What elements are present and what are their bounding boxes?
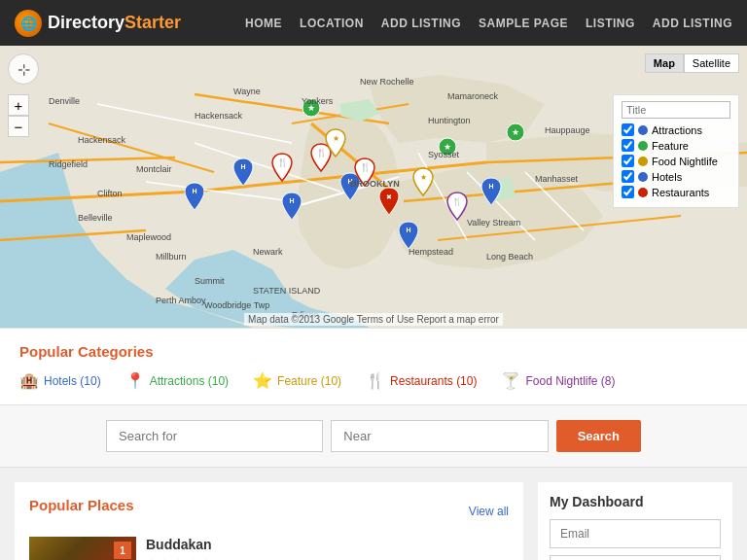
view-all-link[interactable]: View all <box>469 505 509 518</box>
nightlife-icon: 🍸 <box>501 371 520 390</box>
filter-attractions: Attractions <box>622 123 730 136</box>
nav-home[interactable]: HOME <box>245 17 282 30</box>
dashboard-title: My Dashboard <box>550 494 721 509</box>
svg-text:Hempstead: Hempstead <box>409 247 453 257</box>
svg-text:Huntington: Huntington <box>428 116 471 125</box>
filter-feature-checkbox[interactable] <box>622 139 634 152</box>
search-bar: Search <box>106 420 641 452</box>
category-hotels[interactable]: 🏨 Hotels (10) <box>19 371 101 390</box>
main-content: Popular Places View all 1 Buddakan ★ ★ ★… <box>0 468 747 560</box>
near-input[interactable] <box>331 420 548 452</box>
svg-text:Perth Amboy: Perth Amboy <box>156 296 206 305</box>
map-container: H H H H 🍴 🍴 🍴 ✖ <box>0 46 747 328</box>
category-food-nightlife[interactable]: 🍸 Food Nightlife (8) <box>501 371 615 390</box>
svg-text:Yonkers: Yonkers <box>302 96 334 106</box>
filter-hotels: Hotels <box>622 170 730 183</box>
logo[interactable]: 🌐 DirectoryStarter <box>15 10 181 37</box>
svg-text:Long Beach: Long Beach <box>486 252 533 262</box>
email-input[interactable] <box>550 519 721 548</box>
svg-text:Maplewood: Maplewood <box>126 232 171 242</box>
dashboard-section: My Dashboard Sign In New User? Register … <box>538 482 732 560</box>
map-zoom-controls: + − <box>8 94 29 137</box>
popular-places-section: Popular Places View all 1 Buddakan ★ ★ ★… <box>15 482 523 560</box>
categories-list: 🏨 Hotels (10) 📍 Attractions (10) ⭐ Featu… <box>19 371 728 390</box>
svg-text:Clifton: Clifton <box>97 189 123 198</box>
svg-text:Hauppauge: Hauppauge <box>545 125 590 135</box>
place-info: Buddakan ★ ★ ★ ★ ★ The Experience A towe… <box>146 537 509 560</box>
svg-text:H: H <box>406 227 410 233</box>
nightlife-label: Food Nightlife (8) <box>525 374 615 388</box>
map-pan-control[interactable]: ⊹ <box>8 53 39 85</box>
svg-text:Hackensack: Hackensack <box>195 111 243 121</box>
svg-text:Woodbridge Twp: Woodbridge Twp <box>204 300 269 310</box>
svg-text:★: ★ <box>333 134 339 143</box>
svg-text:H: H <box>289 197 294 204</box>
svg-text:H: H <box>192 188 196 194</box>
place-name: Buddakan <box>146 537 509 552</box>
filter-hotels-checkbox[interactable] <box>622 170 634 183</box>
star-4: ★ <box>187 556 198 560</box>
satellite-button[interactable]: Satellite <box>684 53 739 73</box>
search-button[interactable]: Search <box>556 420 641 452</box>
dashboard-box: My Dashboard Sign In New User? Register … <box>538 482 732 560</box>
svg-text:Summit: Summit <box>195 276 225 286</box>
svg-text:Ridgefield: Ridgefield <box>49 159 88 169</box>
place-image: 1 <box>29 537 136 560</box>
logo-icon: 🌐 <box>15 10 42 37</box>
svg-text:Belleville: Belleville <box>78 213 113 223</box>
place-badge: 1 <box>114 542 131 559</box>
filter-restaurants-dot <box>638 188 648 197</box>
nav-add-listing-1[interactable]: ADD LISTING <box>381 17 461 30</box>
svg-text:New Rochelle: New Rochelle <box>360 77 414 87</box>
svg-text:★: ★ <box>512 127 519 137</box>
map-zoom-in[interactable]: + <box>8 94 29 116</box>
password-input[interactable] <box>550 555 721 560</box>
svg-text:H: H <box>240 163 245 170</box>
restaurants-label: Restaurants (10) <box>390 374 477 388</box>
filter-food-dot <box>638 157 648 166</box>
place-stars: ★ ★ ★ ★ ★ <box>146 556 509 560</box>
map-type-controls: Map Satellite <box>645 53 739 73</box>
map-zoom-out[interactable]: − <box>8 116 29 137</box>
category-feature[interactable]: ⭐ Feature (10) <box>253 371 341 390</box>
filter-food-nightlife-checkbox[interactable] <box>622 155 634 167</box>
filter-hotels-dot <box>638 172 648 182</box>
category-attractions[interactable]: 📍 Attractions (10) <box>125 371 229 390</box>
map-title-filter[interactable] <box>622 101 730 119</box>
map-navigation: ⊹ <box>8 53 39 85</box>
categories-section: Popular Categories 🏨 Hotels (10) 📍 Attra… <box>0 328 747 404</box>
hotels-icon: 🏨 <box>19 371 39 390</box>
svg-text:Denville: Denville <box>49 96 80 106</box>
filter-restaurants-label: Restaurants <box>652 187 709 198</box>
restaurants-icon: 🍴 <box>366 371 385 390</box>
svg-text:Manhasset: Manhasset <box>535 174 579 184</box>
logo-text-dir: DirectoryStarter <box>48 13 181 33</box>
filter-food-nightlife: Food Nightlife <box>622 155 730 167</box>
filter-feature-label: Feature <box>652 140 689 152</box>
categories-title: Popular Categories <box>19 343 728 360</box>
filter-attractions-dot <box>638 125 648 135</box>
logo-dir: Directory <box>48 13 124 32</box>
nav-location[interactable]: LOCATION <box>300 17 364 30</box>
svg-text:BROOKLYN: BROOKLYN <box>350 179 400 189</box>
svg-text:★: ★ <box>420 173 427 182</box>
nav-add-listing-2[interactable]: ADD LISTING <box>653 17 732 30</box>
map-button[interactable]: Map <box>645 53 684 73</box>
search-section: Search <box>0 404 747 468</box>
nav-sample-page[interactable]: SAMPLE PAGE <box>479 17 568 30</box>
search-input[interactable] <box>106 420 323 452</box>
feature-icon: ⭐ <box>253 371 272 390</box>
star-3: ★ <box>173 556 185 560</box>
svg-text:STATEN ISLAND: STATEN ISLAND <box>253 286 321 296</box>
map-attribution: Map data ©2013 Google Terms of Use Repor… <box>244 313 503 326</box>
svg-text:Wayne: Wayne <box>233 87 261 96</box>
filter-hotels-label: Hotels <box>652 171 682 183</box>
filter-attractions-checkbox[interactable] <box>622 123 634 136</box>
svg-text:Valley Stream: Valley Stream <box>467 218 520 228</box>
nav-listing[interactable]: LISTING <box>586 17 635 30</box>
svg-text:Mamaroneck: Mamaroneck <box>447 91 499 101</box>
filter-restaurants-checkbox[interactable] <box>622 186 634 198</box>
category-restaurants[interactable]: 🍴 Restaurants (10) <box>366 371 477 390</box>
star-2: ★ <box>160 556 171 560</box>
svg-text:Hackensack: Hackensack <box>78 135 126 145</box>
